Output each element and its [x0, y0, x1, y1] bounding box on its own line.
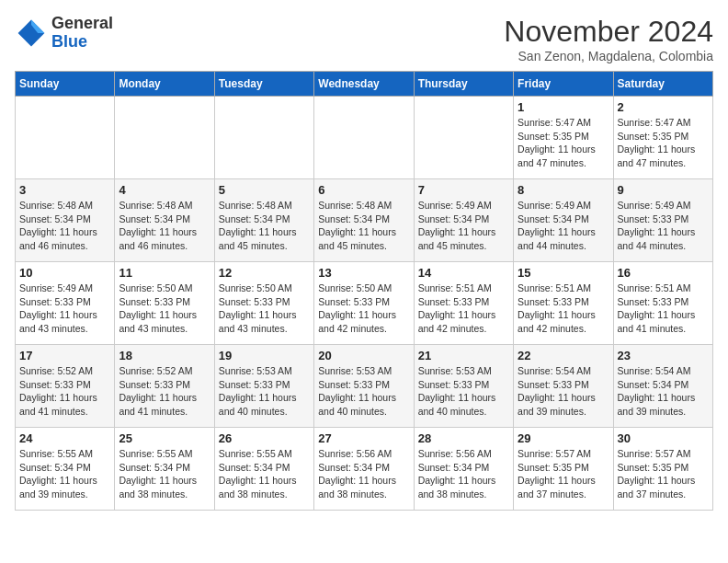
calendar-cell: [314, 97, 414, 179]
logo: General Blue: [15, 15, 113, 52]
calendar-cell: 16Sunrise: 5:51 AM Sunset: 5:33 PM Dayli…: [613, 262, 712, 345]
day-info: Sunrise: 5:53 AM Sunset: 5:33 PM Dayligh…: [219, 364, 310, 419]
calendar-cell: 21Sunrise: 5:53 AM Sunset: 5:33 PM Dayli…: [414, 345, 513, 428]
day-number: 20: [318, 349, 409, 362]
day-number: 6: [318, 183, 409, 197]
day-info: Sunrise: 5:51 AM Sunset: 5:33 PM Dayligh…: [518, 282, 609, 336]
day-info: Sunrise: 5:49 AM Sunset: 5:34 PM Dayligh…: [518, 199, 609, 253]
day-number: 24: [19, 431, 110, 445]
day-info: Sunrise: 5:49 AM Sunset: 5:33 PM Dayligh…: [618, 199, 709, 253]
day-number: 21: [418, 349, 509, 362]
calendar-cell: 9Sunrise: 5:49 AM Sunset: 5:33 PM Daylig…: [613, 179, 712, 262]
day-number: 23: [618, 349, 709, 362]
calendar-cell: 23Sunrise: 5:54 AM Sunset: 5:34 PM Dayli…: [613, 345, 712, 428]
day-of-week-header: Wednesday: [314, 72, 414, 97]
day-number: 8: [518, 183, 609, 197]
month-year: November 2024: [504, 15, 713, 49]
calendar-cell: 17Sunrise: 5:52 AM Sunset: 5:33 PM Dayli…: [16, 345, 115, 428]
day-number: 7: [418, 183, 509, 197]
day-number: 29: [518, 431, 609, 445]
day-of-week-header: Saturday: [613, 72, 712, 97]
calendar-cell: 11Sunrise: 5:50 AM Sunset: 5:33 PM Dayli…: [115, 262, 214, 345]
day-info: Sunrise: 5:50 AM Sunset: 5:33 PM Dayligh…: [318, 282, 409, 336]
day-of-week-header: Sunday: [16, 72, 115, 97]
day-info: Sunrise: 5:55 AM Sunset: 5:34 PM Dayligh…: [19, 447, 110, 501]
day-of-week-header: Monday: [115, 72, 214, 97]
day-info: Sunrise: 5:48 AM Sunset: 5:34 PM Dayligh…: [19, 199, 110, 253]
calendar-cell: 10Sunrise: 5:49 AM Sunset: 5:33 PM Dayli…: [16, 262, 115, 345]
day-number: 18: [119, 349, 210, 362]
calendar-week-row: 1Sunrise: 5:47 AM Sunset: 5:35 PM Daylig…: [16, 97, 713, 179]
calendar-cell: 7Sunrise: 5:49 AM Sunset: 5:34 PM Daylig…: [414, 179, 513, 262]
day-number: 30: [618, 431, 709, 445]
day-number: 9: [618, 183, 709, 197]
location: San Zenon, Magdalena, Colombia: [504, 49, 713, 63]
calendar-cell: 1Sunrise: 5:47 AM Sunset: 5:35 PM Daylig…: [514, 97, 613, 179]
day-of-week-header: Tuesday: [214, 72, 313, 97]
day-number: 25: [119, 431, 210, 445]
calendar-cell: 3Sunrise: 5:48 AM Sunset: 5:34 PM Daylig…: [16, 179, 115, 262]
day-info: Sunrise: 5:48 AM Sunset: 5:34 PM Dayligh…: [318, 199, 409, 253]
calendar-cell: 27Sunrise: 5:56 AM Sunset: 5:34 PM Dayli…: [314, 428, 414, 511]
day-info: Sunrise: 5:55 AM Sunset: 5:34 PM Dayligh…: [219, 447, 310, 501]
day-info: Sunrise: 5:49 AM Sunset: 5:34 PM Dayligh…: [418, 199, 509, 253]
logo-blue: Blue: [51, 32, 87, 51]
day-number: 4: [119, 183, 210, 197]
day-number: 22: [518, 349, 609, 362]
day-info: Sunrise: 5:57 AM Sunset: 5:35 PM Dayligh…: [618, 447, 709, 501]
calendar-cell: 8Sunrise: 5:49 AM Sunset: 5:34 PM Daylig…: [514, 179, 613, 262]
calendar-cell: [414, 97, 513, 179]
day-number: 19: [219, 349, 310, 362]
calendar-cell: 2Sunrise: 5:47 AM Sunset: 5:35 PM Daylig…: [613, 97, 712, 179]
day-info: Sunrise: 5:57 AM Sunset: 5:35 PM Dayligh…: [518, 447, 609, 501]
calendar-cell: 22Sunrise: 5:54 AM Sunset: 5:33 PM Dayli…: [514, 345, 613, 428]
day-info: Sunrise: 5:53 AM Sunset: 5:33 PM Dayligh…: [418, 364, 509, 419]
day-number: 16: [618, 266, 709, 280]
calendar-cell: 15Sunrise: 5:51 AM Sunset: 5:33 PM Dayli…: [514, 262, 613, 345]
day-number: 11: [119, 266, 210, 280]
day-info: Sunrise: 5:50 AM Sunset: 5:33 PM Dayligh…: [119, 282, 210, 336]
day-info: Sunrise: 5:53 AM Sunset: 5:33 PM Dayligh…: [318, 364, 409, 419]
calendar-cell: 25Sunrise: 5:55 AM Sunset: 5:34 PM Dayli…: [115, 428, 214, 511]
day-number: 26: [219, 431, 310, 445]
calendar-cell: 6Sunrise: 5:48 AM Sunset: 5:34 PM Daylig…: [314, 179, 414, 262]
calendar-cell: 4Sunrise: 5:48 AM Sunset: 5:34 PM Daylig…: [115, 179, 214, 262]
calendar-cell: 14Sunrise: 5:51 AM Sunset: 5:33 PM Dayli…: [414, 262, 513, 345]
day-info: Sunrise: 5:52 AM Sunset: 5:33 PM Dayligh…: [119, 364, 210, 419]
day-number: 1: [518, 100, 609, 114]
logo-text: General Blue: [51, 15, 113, 52]
calendar-week-row: 17Sunrise: 5:52 AM Sunset: 5:33 PM Dayli…: [16, 345, 713, 428]
day-number: 5: [219, 183, 310, 197]
day-info: Sunrise: 5:48 AM Sunset: 5:34 PM Dayligh…: [119, 199, 210, 253]
calendar-cell: 29Sunrise: 5:57 AM Sunset: 5:35 PM Dayli…: [514, 428, 613, 511]
day-info: Sunrise: 5:51 AM Sunset: 5:33 PM Dayligh…: [618, 282, 709, 336]
calendar-cell: 19Sunrise: 5:53 AM Sunset: 5:33 PM Dayli…: [214, 345, 313, 428]
calendar-cell: 30Sunrise: 5:57 AM Sunset: 5:35 PM Dayli…: [613, 428, 712, 511]
day-info: Sunrise: 5:52 AM Sunset: 5:33 PM Dayligh…: [19, 364, 110, 419]
day-info: Sunrise: 5:51 AM Sunset: 5:33 PM Dayligh…: [418, 282, 509, 336]
day-of-week-header: Thursday: [414, 72, 513, 97]
day-info: Sunrise: 5:56 AM Sunset: 5:34 PM Dayligh…: [418, 447, 509, 501]
day-info: Sunrise: 5:47 AM Sunset: 5:35 PM Dayligh…: [518, 116, 609, 170]
calendar-cell: 18Sunrise: 5:52 AM Sunset: 5:33 PM Dayli…: [115, 345, 214, 428]
day-info: Sunrise: 5:54 AM Sunset: 5:34 PM Dayligh…: [618, 364, 709, 419]
title-area: November 2024 San Zenon, Magdalena, Colo…: [504, 15, 713, 63]
header: General Blue November 2024 San Zenon, Ma…: [15, 15, 713, 63]
day-number: 10: [19, 266, 110, 280]
calendar-cell: 5Sunrise: 5:48 AM Sunset: 5:34 PM Daylig…: [214, 179, 313, 262]
day-number: 3: [19, 183, 110, 197]
day-number: 15: [518, 266, 609, 280]
logo-icon: [15, 17, 48, 50]
calendar-header-row: SundayMondayTuesdayWednesdayThursdayFrid…: [16, 72, 713, 97]
day-number: 13: [318, 266, 409, 280]
day-info: Sunrise: 5:49 AM Sunset: 5:33 PM Dayligh…: [19, 282, 110, 336]
logo-general: General: [51, 14, 113, 32]
day-info: Sunrise: 5:54 AM Sunset: 5:33 PM Dayligh…: [518, 364, 609, 419]
day-number: 17: [19, 349, 110, 362]
calendar-cell: 24Sunrise: 5:55 AM Sunset: 5:34 PM Dayli…: [16, 428, 115, 511]
calendar-cell: 12Sunrise: 5:50 AM Sunset: 5:33 PM Dayli…: [214, 262, 313, 345]
day-info: Sunrise: 5:47 AM Sunset: 5:35 PM Dayligh…: [618, 116, 709, 170]
calendar-cell: [115, 97, 214, 179]
day-info: Sunrise: 5:55 AM Sunset: 5:34 PM Dayligh…: [119, 447, 210, 501]
day-number: 14: [418, 266, 509, 280]
